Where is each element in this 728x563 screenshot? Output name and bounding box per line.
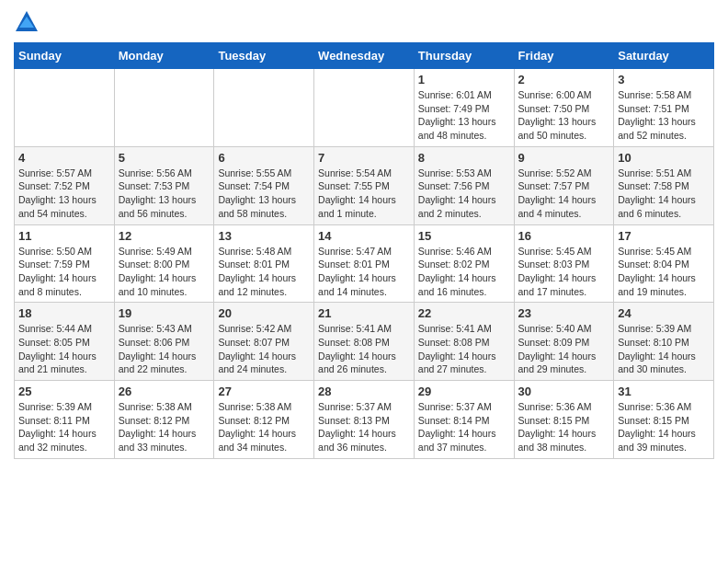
day-detail: Sunrise: 5:45 AM Sunset: 8:03 PM Dayligh… xyxy=(518,245,610,299)
day-number: 13 xyxy=(218,229,310,243)
weekday-header-friday: Friday xyxy=(514,43,614,69)
day-number: 14 xyxy=(318,229,410,243)
day-detail: Sunrise: 5:53 AM Sunset: 7:56 PM Dayligh… xyxy=(418,167,510,221)
calendar-cell: 23Sunrise: 5:40 AM Sunset: 8:09 PM Dayli… xyxy=(514,303,614,381)
calendar-cell xyxy=(314,69,415,147)
day-number: 1 xyxy=(418,73,510,86)
day-number: 8 xyxy=(418,151,510,165)
day-detail: Sunrise: 5:38 AM Sunset: 8:12 PM Dayligh… xyxy=(218,400,310,454)
day-detail: Sunrise: 5:36 AM Sunset: 8:15 PM Dayligh… xyxy=(618,400,710,454)
day-detail: Sunrise: 5:42 AM Sunset: 8:07 PM Dayligh… xyxy=(218,322,310,376)
calendar-week-1: 1Sunrise: 6:01 AM Sunset: 7:49 PM Daylig… xyxy=(15,69,714,147)
day-number: 17 xyxy=(618,229,710,243)
day-number: 23 xyxy=(518,306,610,320)
day-number: 19 xyxy=(119,306,210,320)
calendar-body: 1Sunrise: 6:01 AM Sunset: 7:49 PM Daylig… xyxy=(15,69,714,459)
weekday-row: SundayMondayTuesdayWednesdayThursdayFrid… xyxy=(15,43,714,69)
calendar-cell xyxy=(214,69,314,147)
calendar-cell: 12Sunrise: 5:49 AM Sunset: 8:00 PM Dayli… xyxy=(114,224,214,303)
calendar-cell: 2Sunrise: 6:00 AM Sunset: 7:50 PM Daylig… xyxy=(514,69,614,147)
page-header xyxy=(14,9,714,35)
calendar-cell: 7Sunrise: 5:54 AM Sunset: 7:55 PM Daylig… xyxy=(314,146,415,224)
day-number: 6 xyxy=(218,151,310,165)
day-detail: Sunrise: 5:43 AM Sunset: 8:06 PM Dayligh… xyxy=(119,322,210,376)
day-detail: Sunrise: 5:55 AM Sunset: 7:54 PM Dayligh… xyxy=(218,167,310,221)
day-number: 31 xyxy=(618,385,710,398)
calendar-cell: 21Sunrise: 5:41 AM Sunset: 8:08 PM Dayli… xyxy=(314,303,415,381)
day-number: 4 xyxy=(18,151,110,165)
day-number: 3 xyxy=(618,73,710,86)
day-number: 26 xyxy=(119,385,210,398)
day-detail: Sunrise: 5:40 AM Sunset: 8:09 PM Dayligh… xyxy=(518,322,610,376)
day-detail: Sunrise: 5:47 AM Sunset: 8:01 PM Dayligh… xyxy=(318,245,410,299)
day-number: 27 xyxy=(218,385,310,398)
day-detail: Sunrise: 5:57 AM Sunset: 7:52 PM Dayligh… xyxy=(18,167,110,221)
weekday-header-thursday: Thursday xyxy=(414,43,514,69)
day-number: 2 xyxy=(518,73,610,86)
day-number: 15 xyxy=(418,229,510,243)
calendar-cell: 19Sunrise: 5:43 AM Sunset: 8:06 PM Dayli… xyxy=(114,303,214,381)
day-number: 16 xyxy=(518,229,610,243)
calendar-cell: 11Sunrise: 5:50 AM Sunset: 7:59 PM Dayli… xyxy=(15,224,115,303)
day-detail: Sunrise: 5:49 AM Sunset: 8:00 PM Dayligh… xyxy=(119,245,210,299)
calendar-cell: 13Sunrise: 5:48 AM Sunset: 8:01 PM Dayli… xyxy=(214,224,314,303)
day-detail: Sunrise: 5:41 AM Sunset: 8:08 PM Dayligh… xyxy=(318,322,410,376)
calendar-cell: 22Sunrise: 5:41 AM Sunset: 8:08 PM Dayli… xyxy=(414,303,514,381)
day-detail: Sunrise: 5:37 AM Sunset: 8:14 PM Dayligh… xyxy=(418,400,510,454)
calendar-cell: 1Sunrise: 6:01 AM Sunset: 7:49 PM Daylig… xyxy=(414,69,514,147)
day-number: 25 xyxy=(18,385,110,398)
calendar-cell: 5Sunrise: 5:56 AM Sunset: 7:53 PM Daylig… xyxy=(114,146,214,224)
weekday-header-saturday: Saturday xyxy=(614,43,714,69)
calendar-cell xyxy=(15,69,115,147)
weekday-header-sunday: Sunday xyxy=(15,43,115,69)
day-detail: Sunrise: 6:01 AM Sunset: 7:49 PM Dayligh… xyxy=(418,88,510,143)
day-detail: Sunrise: 5:50 AM Sunset: 7:59 PM Dayligh… xyxy=(18,245,110,299)
calendar-week-5: 25Sunrise: 5:39 AM Sunset: 8:11 PM Dayli… xyxy=(15,381,714,459)
calendar-cell: 14Sunrise: 5:47 AM Sunset: 8:01 PM Dayli… xyxy=(314,224,415,303)
day-number: 11 xyxy=(18,229,110,243)
day-detail: Sunrise: 5:39 AM Sunset: 8:10 PM Dayligh… xyxy=(618,322,710,376)
calendar-week-2: 4Sunrise: 5:57 AM Sunset: 7:52 PM Daylig… xyxy=(15,146,714,224)
day-number: 18 xyxy=(18,306,110,320)
calendar-cell: 16Sunrise: 5:45 AM Sunset: 8:03 PM Dayli… xyxy=(514,224,614,303)
day-detail: Sunrise: 5:39 AM Sunset: 8:11 PM Dayligh… xyxy=(18,400,110,454)
calendar-cell: 18Sunrise: 5:44 AM Sunset: 8:05 PM Dayli… xyxy=(15,303,115,381)
calendar-cell: 20Sunrise: 5:42 AM Sunset: 8:07 PM Dayli… xyxy=(214,303,314,381)
calendar-cell: 29Sunrise: 5:37 AM Sunset: 8:14 PM Dayli… xyxy=(414,381,514,459)
calendar-cell: 17Sunrise: 5:45 AM Sunset: 8:04 PM Dayli… xyxy=(614,224,714,303)
calendar-cell: 28Sunrise: 5:37 AM Sunset: 8:13 PM Dayli… xyxy=(314,381,415,459)
calendar-cell: 6Sunrise: 5:55 AM Sunset: 7:54 PM Daylig… xyxy=(214,146,314,224)
calendar-cell: 24Sunrise: 5:39 AM Sunset: 8:10 PM Dayli… xyxy=(614,303,714,381)
day-number: 12 xyxy=(119,229,210,243)
logo-icon xyxy=(14,9,40,35)
day-number: 5 xyxy=(119,151,210,165)
day-number: 30 xyxy=(518,385,610,398)
day-detail: Sunrise: 5:52 AM Sunset: 7:57 PM Dayligh… xyxy=(518,167,610,221)
calendar-cell: 3Sunrise: 5:58 AM Sunset: 7:51 PM Daylig… xyxy=(614,69,714,147)
day-detail: Sunrise: 6:00 AM Sunset: 7:50 PM Dayligh… xyxy=(518,88,610,143)
day-detail: Sunrise: 5:45 AM Sunset: 8:04 PM Dayligh… xyxy=(618,245,710,299)
weekday-header-wednesday: Wednesday xyxy=(314,43,415,69)
calendar-cell: 25Sunrise: 5:39 AM Sunset: 8:11 PM Dayli… xyxy=(15,381,115,459)
calendar-week-4: 18Sunrise: 5:44 AM Sunset: 8:05 PM Dayli… xyxy=(15,303,714,381)
calendar-cell: 4Sunrise: 5:57 AM Sunset: 7:52 PM Daylig… xyxy=(15,146,115,224)
weekday-header-tuesday: Tuesday xyxy=(214,43,314,69)
day-detail: Sunrise: 5:36 AM Sunset: 8:15 PM Dayligh… xyxy=(518,400,610,454)
calendar: SundayMondayTuesdayWednesdayThursdayFrid… xyxy=(14,42,714,459)
calendar-cell: 15Sunrise: 5:46 AM Sunset: 8:02 PM Dayli… xyxy=(414,224,514,303)
calendar-cell: 26Sunrise: 5:38 AM Sunset: 8:12 PM Dayli… xyxy=(114,381,214,459)
calendar-cell: 31Sunrise: 5:36 AM Sunset: 8:15 PM Dayli… xyxy=(614,381,714,459)
day-detail: Sunrise: 5:56 AM Sunset: 7:53 PM Dayligh… xyxy=(119,167,210,221)
day-number: 9 xyxy=(518,151,610,165)
logo xyxy=(14,9,43,35)
day-detail: Sunrise: 5:54 AM Sunset: 7:55 PM Dayligh… xyxy=(318,167,410,221)
calendar-week-3: 11Sunrise: 5:50 AM Sunset: 7:59 PM Dayli… xyxy=(15,224,714,303)
day-number: 7 xyxy=(318,151,410,165)
calendar-cell: 8Sunrise: 5:53 AM Sunset: 7:56 PM Daylig… xyxy=(414,146,514,224)
day-number: 29 xyxy=(418,385,510,398)
day-detail: Sunrise: 5:38 AM Sunset: 8:12 PM Dayligh… xyxy=(119,400,210,454)
calendar-cell: 9Sunrise: 5:52 AM Sunset: 7:57 PM Daylig… xyxy=(514,146,614,224)
weekday-header-monday: Monday xyxy=(114,43,214,69)
day-number: 21 xyxy=(318,306,410,320)
calendar-cell: 30Sunrise: 5:36 AM Sunset: 8:15 PM Dayli… xyxy=(514,381,614,459)
